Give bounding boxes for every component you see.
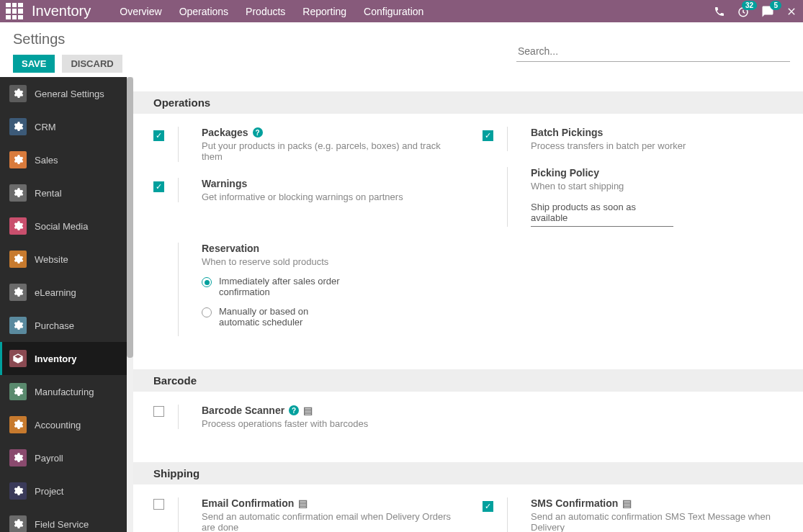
doc-icon xyxy=(9,416,27,433)
sidebar-item-website[interactable]: Website xyxy=(0,243,127,276)
nav-products[interactable]: Products xyxy=(246,6,285,17)
top-bar: Inventory Overview Operations Products R… xyxy=(0,0,803,22)
close-icon[interactable] xyxy=(786,6,797,17)
sidebar-item-label: Purchase xyxy=(35,320,74,331)
nav-menu: Overview Operations Products Reporting C… xyxy=(120,6,714,17)
sidebar-item-rental[interactable]: Rental xyxy=(0,176,127,209)
sub-header: Settings SAVE DISCARD xyxy=(0,22,803,77)
puzzle-icon xyxy=(9,482,27,500)
wrench-icon xyxy=(9,383,27,400)
doc-icon[interactable]: ▤ xyxy=(303,405,313,416)
gear-icon xyxy=(9,85,27,102)
sidebar-item-sales[interactable]: Sales xyxy=(0,143,127,176)
sidebar-item-accounting[interactable]: Accounting xyxy=(0,408,127,441)
barcode-desc: Process operations faster with barcodes xyxy=(202,418,454,429)
reservation-opt2[interactable]: Manually or based on automatic scheduler xyxy=(202,306,346,328)
settings-main: Operations Packages? Put your products i… xyxy=(133,77,803,532)
email-desc: Send an automatic confirmation email whe… xyxy=(202,511,454,532)
checkbox-sms[interactable] xyxy=(483,501,493,512)
section-shipping-head: Shipping xyxy=(133,462,803,484)
calendar-icon xyxy=(9,184,27,202)
setting-reservation: Reservation When to reserve sold product… xyxy=(153,243,454,336)
setting-warnings: Warnings Get informative or blocking war… xyxy=(153,178,454,202)
sidebar-scrollbar[interactable] xyxy=(127,77,133,532)
discard-button[interactable]: DISCARD xyxy=(62,55,122,73)
sidebar-item-purchase[interactable]: Purchase xyxy=(0,309,127,342)
sidebar-item-label: Payroll xyxy=(35,453,63,464)
sidebar-item-label: Project xyxy=(35,486,63,497)
nav-reporting[interactable]: Reporting xyxy=(302,6,346,17)
sms-desc: Send an automatic confirmation SMS Text … xyxy=(531,511,783,532)
money-icon xyxy=(9,449,27,466)
phone-icon[interactable] xyxy=(714,6,725,17)
thumb-icon xyxy=(9,217,27,235)
nav-overview[interactable]: Overview xyxy=(120,6,161,17)
picking-title: Picking Policy xyxy=(531,167,599,179)
setting-email-confirm: Email Confirmation▤ Send an automatic co… xyxy=(153,497,454,532)
save-button[interactable]: SAVE xyxy=(13,55,55,73)
sidebar-item-elearning[interactable]: eLearning xyxy=(0,276,127,309)
checkbox-batch[interactable] xyxy=(483,130,493,141)
batch-desc: Process transfers in batch per worker xyxy=(531,140,783,151)
grad-icon xyxy=(9,284,27,301)
chat-icon[interactable]: 5 xyxy=(761,5,774,18)
warnings-desc: Get informative or blocking warnings on … xyxy=(202,191,454,202)
sidebar-item-general-settings[interactable]: General Settings xyxy=(0,77,127,110)
setting-sms-confirm: SMS Confirmation▤ Send an automatic conf… xyxy=(483,497,783,532)
sidebar-item-project[interactable]: Project xyxy=(0,474,127,508)
settings-sidebar: General SettingsCRMSalesRentalSocial Med… xyxy=(0,77,127,532)
sidebar-item-inventory[interactable]: Inventory xyxy=(0,342,127,375)
apps-icon[interactable] xyxy=(6,3,23,20)
nav-operations[interactable]: Operations xyxy=(179,6,228,17)
sidebar-item-payroll[interactable]: Payroll xyxy=(0,441,127,474)
sidebar-item-label: Website xyxy=(35,254,68,265)
section-barcode-head: Barcode xyxy=(133,369,803,392)
setting-batch: Batch Pickings Process transfers in batc… xyxy=(483,127,783,151)
reservation-opt1[interactable]: Immediately after sales order confirmati… xyxy=(202,276,346,297)
checkbox-email[interactable] xyxy=(153,499,164,510)
sidebar-item-label: General Settings xyxy=(35,89,104,99)
handshake-icon xyxy=(9,118,27,135)
brand-title: Inventory xyxy=(32,3,91,19)
sidebar-item-field-service[interactable]: Field Service xyxy=(0,508,127,532)
email-title: Email Confirmation xyxy=(202,497,294,509)
doc-icon[interactable]: ▤ xyxy=(622,497,632,509)
radio-icon xyxy=(202,277,212,287)
setting-barcode-scanner: Barcode Scanner?▤ Process operations fas… xyxy=(153,405,454,429)
timer-icon[interactable]: 32 xyxy=(737,5,750,18)
sidebar-item-label: Social Media xyxy=(35,221,88,232)
reservation-title: Reservation xyxy=(202,243,259,254)
sidebar-item-label: Rental xyxy=(35,188,62,199)
help-icon[interactable]: ? xyxy=(253,127,263,137)
sidebar-item-social-media[interactable]: Social Media xyxy=(0,209,127,243)
nav-configuration[interactable]: Configuration xyxy=(364,6,423,17)
sidebar-item-label: Sales xyxy=(35,155,58,166)
sms-title: SMS Confirmation xyxy=(531,497,618,509)
reservation-desc: When to reserve sold products xyxy=(202,256,454,267)
sidebar-item-label: Accounting xyxy=(35,420,81,430)
section-operations-head: Operations xyxy=(133,91,803,114)
radio-icon xyxy=(202,307,212,317)
checkbox-warnings[interactable] xyxy=(153,181,164,192)
help-icon[interactable]: ? xyxy=(289,405,299,415)
setting-packages: Packages? Put your products in packs (e.… xyxy=(153,127,454,162)
barcode-title: Barcode Scanner xyxy=(202,405,284,416)
packages-desc: Put your products in packs (e.g. parcels… xyxy=(202,140,454,162)
search-input[interactable] xyxy=(516,41,790,62)
sidebar-item-crm[interactable]: CRM xyxy=(0,110,127,143)
chart-icon xyxy=(9,151,27,168)
card-icon xyxy=(9,317,27,334)
top-right: 32 5 xyxy=(714,5,797,18)
sidebar-item-label: CRM xyxy=(35,122,56,132)
sidebar-item-manufacturing[interactable]: Manufacturing xyxy=(0,375,127,408)
picking-desc: When to start shipping xyxy=(531,181,783,191)
tool-icon xyxy=(9,515,27,532)
checkbox-barcode[interactable] xyxy=(153,406,164,417)
chat-badge: 5 xyxy=(770,1,781,10)
batch-title: Batch Pickings xyxy=(531,127,603,138)
doc-icon[interactable]: ▤ xyxy=(298,497,308,509)
checkbox-packages[interactable] xyxy=(153,130,164,141)
sidebar-item-label: Inventory xyxy=(35,353,77,364)
picking-select[interactable]: Ship products as soon as available xyxy=(531,199,673,227)
sidebar-item-label: Field Service xyxy=(35,519,89,530)
